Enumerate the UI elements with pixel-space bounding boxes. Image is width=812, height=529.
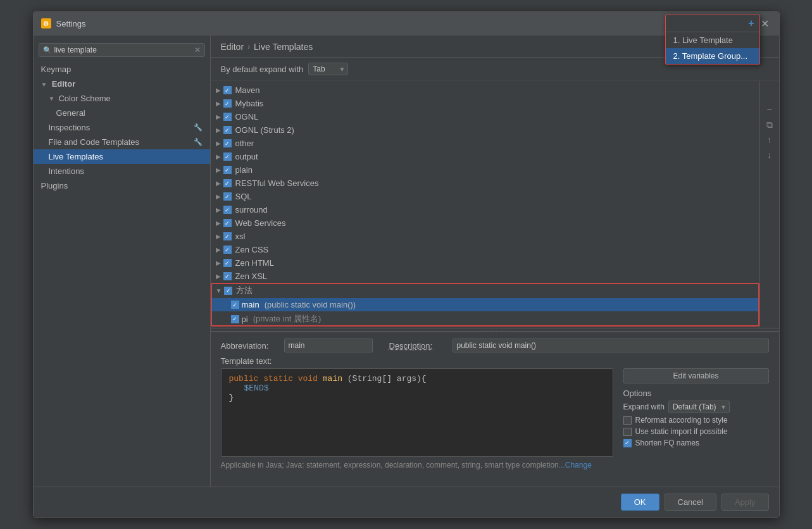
mybatis-checkbox[interactable] — [223, 99, 232, 108]
template-group-Mybatis[interactable]: ▶ Mybatis — [211, 97, 759, 110]
restful-expand-icon: ▶ — [216, 180, 221, 187]
expand-with-option-select-wrapper: Default (Tab) Tab Enter Space ▼ — [668, 401, 730, 413]
pi-checkbox[interactable] — [231, 315, 239, 323]
copy-button[interactable]: ⧉ — [763, 118, 777, 132]
search-input[interactable] — [54, 46, 192, 54]
shorten-fq-checkbox[interactable] — [623, 439, 632, 447]
description-label: Description: — [389, 341, 446, 351]
sidebar: 🔍 ✕ Keymap ▼ Editor ▼ Color Scheme Gener… — [34, 35, 211, 487]
template-group-restful[interactable]: ▶ RESTful Web Services — [211, 177, 759, 190]
sql-checkbox[interactable] — [223, 192, 232, 201]
sidebar-item-file-code-templates[interactable]: File and Code Templates 🔧 — [34, 135, 210, 149]
template-group-plain[interactable]: ▶ plain — [211, 163, 759, 177]
sql-expand-icon: ▶ — [216, 193, 221, 200]
template-group-output[interactable]: ▶ output — [211, 150, 759, 163]
template-code-area[interactable]: public static void main (String[] args){ — [221, 368, 613, 457]
template-group-xsl[interactable]: ▶ xsl — [211, 230, 759, 243]
static-import-checkbox[interactable] — [623, 428, 632, 436]
code-line-2: $END$ — [229, 383, 605, 393]
template-group-zen-css[interactable]: ▶ Zen CSS — [211, 243, 759, 256]
template-group-OGNL-Struts2[interactable]: ▶ OGNL (Struts 2) — [211, 123, 759, 137]
list-with-buttons: ▶ Maven ▶ Mybatis ▶ OGNL — [211, 81, 779, 328]
ognl-label: OGNL — [235, 112, 259, 121]
search-bar: 🔍 ✕ — [39, 43, 205, 57]
ws-checkbox[interactable] — [223, 219, 232, 227]
general-label: General — [56, 108, 85, 118]
color-scheme-label: Color Scheme — [58, 94, 110, 103]
template-group-Maven[interactable]: ▶ Maven — [211, 84, 759, 97]
template-group-zen-html[interactable]: ▶ Zen HTML — [211, 256, 759, 270]
code-params: (String[] args){ — [347, 374, 427, 383]
template-group-other[interactable]: ▶ other — [211, 137, 759, 150]
static-import-label: Use static import if possible — [635, 427, 728, 436]
template-item-main[interactable]: main (public static void main()) — [211, 298, 759, 311]
fangfa-checkbox[interactable] — [224, 287, 232, 295]
sidebar-item-color-scheme[interactable]: ▼ Color Scheme — [34, 91, 210, 106]
reformat-checkbox[interactable] — [623, 416, 632, 425]
template-group-zen-xsl[interactable]: ▶ Zen XSL — [211, 270, 759, 283]
zen-html-label: Zen HTML — [235, 258, 274, 268]
surround-expand-icon: ▶ — [216, 206, 221, 213]
template-group-OGNL[interactable]: ▶ OGNL — [211, 110, 759, 123]
edit-variables-button[interactable]: Edit variables — [623, 368, 769, 383]
apply-button[interactable]: Apply — [721, 494, 769, 511]
output-checkbox[interactable] — [223, 152, 232, 161]
surround-label: surround — [235, 205, 268, 215]
template-group-SQL[interactable]: ▶ SQL — [211, 190, 759, 203]
pi-label: pi — [242, 314, 248, 324]
other-checkbox[interactable] — [223, 139, 232, 147]
sidebar-item-keymap[interactable]: Keymap — [34, 62, 210, 77]
sidebar-item-plugins[interactable]: Plugins — [34, 178, 210, 193]
sidebar-item-live-templates[interactable]: Live Templates — [34, 149, 210, 164]
xsl-expand-icon: ▶ — [216, 233, 221, 240]
sidebar-item-intentions[interactable]: Intentions — [34, 164, 210, 178]
ognl-expand-icon: ▶ — [216, 113, 221, 120]
move-down-button[interactable]: ↓ — [763, 148, 777, 162]
fangfa-expand-icon: ▼ — [216, 287, 222, 294]
ognl-struts-expand-icon: ▶ — [216, 127, 221, 134]
file-code-templates-label: File and Code Templates — [49, 137, 140, 147]
zen-xsl-checkbox[interactable] — [223, 272, 232, 280]
maven-checkbox[interactable] — [223, 86, 232, 94]
ognl-checkbox[interactable] — [223, 113, 232, 121]
applicable-change-link[interactable]: ...Change — [559, 461, 592, 470]
restful-checkbox[interactable] — [223, 179, 232, 187]
zen-css-checkbox[interactable] — [223, 246, 232, 254]
mybatis-label: Mybatis — [235, 99, 264, 108]
close-button[interactable]: ✕ — [759, 17, 771, 30]
plain-checkbox[interactable] — [223, 166, 232, 174]
move-up-button[interactable]: ↑ — [763, 133, 777, 147]
remove-button[interactable]: − — [763, 103, 777, 116]
surround-checkbox[interactable] — [223, 206, 232, 214]
ok-button[interactable]: OK — [621, 494, 659, 511]
template-list: ▶ Maven ▶ Mybatis ▶ OGNL — [211, 81, 759, 328]
output-label: output — [235, 152, 258, 161]
options-panel: Edit variables Options Expand with Defau… — [623, 368, 769, 470]
applicable-text-content: Applicable in Java; Java: statement, exp… — [221, 461, 559, 470]
file-templates-icon: 🔧 — [194, 138, 203, 146]
sidebar-item-general[interactable]: General — [34, 106, 210, 120]
expand-with-select[interactable]: Tab Enter Space — [308, 63, 348, 75]
right-buttons-panel: + 1. Live Template 2. Template Group... … — [759, 81, 779, 328]
cancel-button[interactable]: Cancel — [665, 494, 716, 511]
template-group-surround[interactable]: ▶ surround — [211, 203, 759, 216]
description-input[interactable] — [453, 339, 769, 352]
template-group-fangfa[interactable]: ▼ 方法 — [211, 283, 759, 298]
zen-html-checkbox[interactable] — [223, 259, 232, 267]
template-item-pi[interactable]: pi (private int 属性名) — [211, 311, 759, 327]
sidebar-item-inspections[interactable]: Inspections 🔧 — [34, 120, 210, 135]
main-checkbox[interactable] — [231, 301, 239, 309]
fangfa-group-highlighted: ▼ 方法 main (public static void main()) — [211, 283, 759, 327]
xsl-checkbox[interactable] — [223, 232, 232, 240]
intentions-label: Intentions — [49, 166, 84, 176]
abbreviation-input[interactable] — [284, 339, 373, 352]
inspections-icon: 🔧 — [194, 123, 203, 132]
search-clear-icon[interactable]: ✕ — [194, 46, 201, 54]
expand-with-option-select[interactable]: Default (Tab) Tab Enter Space — [668, 401, 730, 413]
template-list-top-area: ▶ Maven ▶ Mybatis ▶ OGNL — [211, 81, 779, 328]
restful-label: RESTful Web Services — [235, 178, 319, 188]
live-templates-label: Live Templates — [49, 152, 103, 161]
template-group-web-services[interactable]: ▶ Web Services — [211, 216, 759, 230]
editor-expand-icon: ▼ — [41, 81, 47, 88]
ognl-struts-checkbox[interactable] — [223, 126, 232, 134]
